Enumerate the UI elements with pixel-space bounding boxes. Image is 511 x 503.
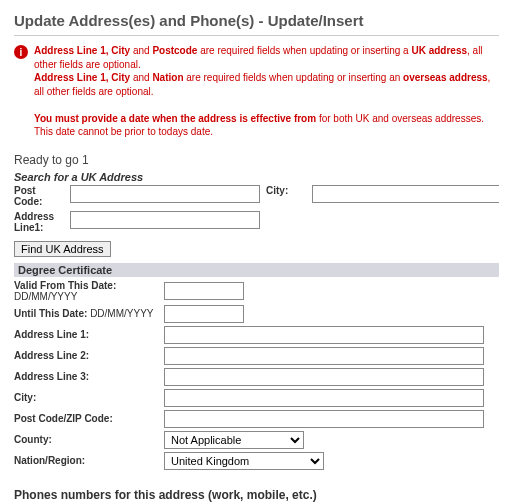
info-text: Address Line 1, City and Postcode are re…	[34, 44, 499, 139]
postcode-input[interactable]	[70, 185, 260, 203]
find-uk-address-button[interactable]: Find UK Address	[14, 241, 111, 257]
info-icon: i	[14, 45, 28, 59]
addr3-input[interactable]	[164, 368, 484, 386]
zip-input[interactable]	[164, 410, 484, 428]
addr2-label: Address Line 2:	[14, 350, 160, 361]
degree-certificate-band: Degree Certificate	[14, 263, 499, 277]
city-label: City:	[266, 185, 306, 196]
addr2-input[interactable]	[164, 347, 484, 365]
page-title: Update Address(es) and Phone(s) - Update…	[14, 12, 499, 29]
addr3-label: Address Line 3:	[14, 371, 160, 382]
address1-search-input[interactable]	[70, 211, 260, 229]
valid-from-label: Valid From This Date: DD/MM/YYYY	[14, 280, 160, 302]
info-block: i Address Line 1, City and Postcode are …	[14, 44, 499, 139]
county-label: County:	[14, 434, 160, 445]
until-label: Until This Date: DD/MM/YYYY	[14, 308, 160, 319]
search-heading: Search for a UK Address	[14, 171, 499, 183]
status-text: Ready to go 1	[14, 153, 499, 167]
zip-label: Post Code/ZIP Code:	[14, 413, 160, 424]
address1-search-label: Address Line1:	[14, 211, 64, 233]
addr1-label: Address Line 1:	[14, 329, 160, 340]
valid-from-input[interactable]	[164, 282, 244, 300]
nation-label: Nation/Region:	[14, 455, 160, 466]
cert-city-input[interactable]	[164, 389, 484, 407]
until-input[interactable]	[164, 305, 244, 323]
nation-select[interactable]: United Kingdom	[164, 452, 324, 470]
postcode-label: Post Code:	[14, 185, 64, 207]
phones-heading: Phones numbers for this address (work, m…	[14, 488, 499, 502]
city-input[interactable]	[312, 185, 499, 203]
county-select[interactable]: Not Applicable	[164, 431, 304, 449]
addr1-input[interactable]	[164, 326, 484, 344]
cert-city-label: City:	[14, 392, 160, 403]
divider	[14, 35, 499, 36]
